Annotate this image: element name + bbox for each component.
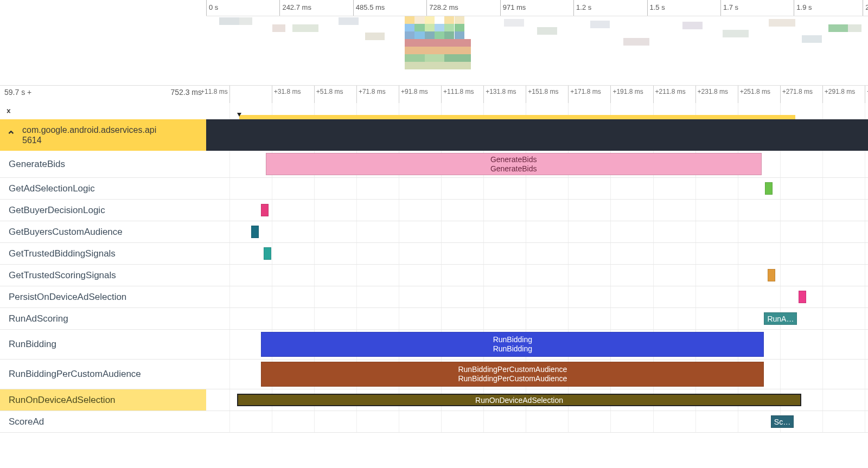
trace-slice[interactable]: RunOnDeviceAdSelection [237,394,801,406]
minimap-block [414,31,424,39]
trace-slice[interactable]: RunBiddingRunBidding [261,332,764,357]
overview-time-ruler[interactable]: 0 s242.7 ms485.5 ms728.2 ms971 ms1.2 s1.… [206,0,868,16]
track-label[interactable]: ScoreAd [0,411,206,432]
track-lane[interactable]: RunBiddingPerCustomAudienceRunBiddingPer… [206,360,868,389]
grid-line [610,200,611,221]
grid-line [399,200,399,221]
grid-line [822,221,823,242]
trace-slice[interactable]: RunA… [764,312,797,325]
track-label[interactable]: RunAdScoring [0,308,206,329]
detail-tick-label: +51.8 ms [316,88,343,95]
grid-line [483,265,484,286]
grid-line [356,286,357,307]
minimap-block [504,19,524,27]
track-lane[interactable]: RunA… [206,308,868,329]
grid-line [822,286,823,307]
track-label[interactable]: RunBiddingPerCustomAudience [0,360,206,389]
grid-line [822,151,823,177]
minimap-block [682,22,703,29]
process-header[interactable]: ⌃ com.google.android.adservices.api 5614 [0,119,206,151]
track-lane[interactable]: GenerateBidsGenerateBids [206,151,868,177]
overview-tick: 1.9 s [794,0,794,16]
grid-line [865,103,865,119]
track-label[interactable]: GetBuyerDecisionLogic [0,200,206,221]
minimap-block [537,27,557,35]
grid-line [695,243,696,264]
playhead-marker[interactable] [237,113,241,117]
detail-tick-label: +151.8 ms [528,88,558,95]
detail-tick-label: +171.8 ms [570,88,601,95]
detail-tick-label: +111.8 ms [443,88,474,95]
chevron-up-icon[interactable]: ⌃ [7,129,16,142]
grid-line [229,330,230,359]
track-label[interactable]: GetBuyersCustomAudience [0,221,206,242]
track-row: GetTrustedBiddingSignals [0,243,868,265]
grid-line [738,243,738,264]
track-label[interactable]: GetTrustedBiddingSignals [0,243,206,264]
track-row: GetBuyersCustomAudience [0,221,868,243]
grid-line [229,243,230,264]
grid-line [272,200,272,221]
overview-panel[interactable]: 0 s242.7 ms485.5 ms728.2 ms971 ms1.2 s1.… [0,0,868,86]
trace-slice[interactable] [765,182,773,195]
grid-line [399,411,399,432]
grid-line [272,308,272,329]
minimap-block [455,31,464,39]
track-lane[interactable] [206,178,868,199]
minimap-block [444,24,454,31]
visible-window-indicator[interactable] [239,115,795,119]
track-label[interactable]: GenerateBids [0,151,206,177]
track-lane[interactable] [206,221,868,242]
trace-slice[interactable] [251,226,259,238]
grid-line [229,103,230,119]
track-lane[interactable] [206,243,868,264]
slice-label: RunBidding [265,344,760,354]
detail-tick-label: +71.8 ms [359,88,386,95]
grid-line [780,265,781,286]
track-label[interactable]: PersistOnDeviceAdSelection [0,286,206,307]
track-lane[interactable] [206,286,868,307]
detail-time-bar: 59.7 s + 752.3 ms +11.8 ms+31.8 ms+51.8 … [0,86,868,103]
minimap-block [425,54,445,62]
track-lane[interactable]: RunOnDeviceAdSelection [206,389,868,411]
process-header-row: ⌃ com.google.android.adservices.api 5614 [0,119,868,151]
grid-line [483,286,484,307]
visible-range-label: 59.7 s + 752.3 ms [0,86,206,99]
grid-line [441,200,442,221]
track-lane[interactable]: Sc… [206,411,868,432]
track-row: RunAdScoringRunA… [0,308,868,330]
grid-line [314,265,315,286]
track-lane[interactable] [206,265,868,286]
grid-line [865,200,865,221]
trace-slice[interactable]: Sc… [771,415,794,428]
overview-tick-label: 1.2 s [576,3,591,11]
minimap-block [425,24,435,31]
track-label[interactable]: RunOnDeviceAdSelection [0,389,206,411]
track-row: GenerateBidsGenerateBidsGenerateBids [0,151,868,178]
track-lane[interactable] [206,200,868,221]
overview-tick: 2.2 s [863,0,863,16]
grid-line [780,360,781,389]
overview-minimap[interactable] [206,16,868,85]
trace-slice[interactable]: GenerateBidsGenerateBids [266,153,762,175]
trace-slice[interactable] [261,204,269,216]
trace-slice[interactable] [768,269,775,281]
minimap-block [339,17,359,25]
grid-line [272,265,272,286]
trace-slice[interactable] [799,291,806,303]
trace-slice[interactable] [264,247,271,260]
grid-line [229,265,230,286]
track-lane[interactable]: RunBiddingRunBidding [206,330,868,359]
collapse-all-toggle[interactable]: ⌄ ⌃ [0,106,206,117]
detail-time-ruler[interactable]: +11.8 ms+31.8 ms+51.8 ms+71.8 ms+91.8 ms… [206,86,868,103]
trace-slice[interactable]: RunBiddingPerCustomAudienceRunBiddingPer… [261,362,764,387]
track-label[interactable]: GetAdSelectionLogic [0,178,206,199]
track-label[interactable]: RunBidding [0,330,206,359]
grid-line [653,178,654,199]
track-label[interactable]: GetTrustedScoringSignals [0,265,206,286]
process-header-track[interactable] [206,119,868,151]
grid-line [780,200,781,221]
grid-line [272,243,272,264]
grid-line [356,243,357,264]
prebar-track[interactable] [206,103,868,119]
